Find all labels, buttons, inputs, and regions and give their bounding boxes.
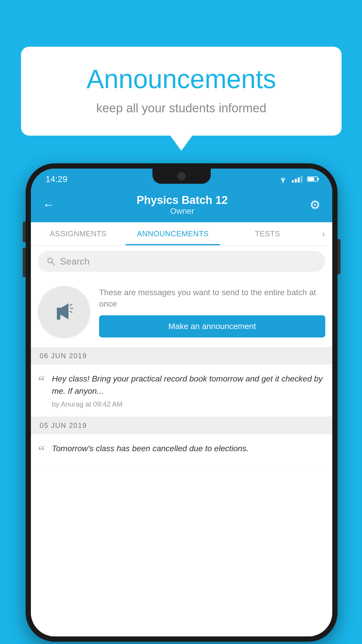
search-bar[interactable]: Search	[38, 251, 325, 272]
make-announcement-button[interactable]: Make an announcement	[99, 315, 325, 337]
date-label-2: 05 JUN 2019	[40, 421, 87, 429]
tab-tests[interactable]: TESTS	[220, 222, 315, 245]
header-center: Physics Batch 12 Owner	[137, 194, 228, 216]
svg-line-7	[70, 311, 72, 312]
svg-point-0	[282, 181, 284, 183]
date-separator-2: 05 JUN 2019	[31, 417, 332, 434]
bubble-subtitle: keep all your students informed	[44, 101, 318, 115]
tab-announcements[interactable]: ANNOUNCEMENTS	[126, 222, 220, 245]
speech-bubble: Announcements keep all your students inf…	[21, 47, 342, 136]
front-camera	[178, 172, 186, 180]
search-icon	[47, 257, 55, 266]
search-container: Search	[31, 246, 332, 277]
announcement-text-2: Tomorrow's class has been cancelled due …	[52, 442, 249, 455]
signal-icon	[292, 176, 303, 183]
announcement-item-2[interactable]: “ Tomorrow's class has been cancelled du…	[31, 434, 332, 466]
speech-bubble-container: Announcements keep all your students inf…	[21, 47, 342, 136]
search-input[interactable]: Search	[60, 256, 89, 267]
back-button[interactable]: ←	[43, 198, 55, 212]
phone-screen: 14:29	[31, 169, 332, 636]
svg-line-2	[52, 262, 55, 265]
tab-more[interactable]: ›	[315, 229, 332, 239]
announcement-content-2: Tomorrow's class has been cancelled due …	[52, 442, 249, 458]
announcement-item-1[interactable]: “ Hey class! Bring your practical record…	[31, 365, 332, 417]
svg-line-5	[70, 304, 72, 305]
announcement-text-1: Hey class! Bring your practical record b…	[52, 373, 325, 397]
volume-up-button	[23, 222, 26, 242]
header-subtitle: Owner	[137, 206, 228, 216]
intro-description: These are messages you want to send to t…	[99, 287, 325, 309]
bubble-title: Announcements	[44, 64, 318, 94]
date-separator-1: 06 JUN 2019	[31, 347, 332, 365]
volume-down-button	[23, 248, 26, 277]
announcement-content-1: Hey class! Bring your practical record b…	[52, 373, 325, 408]
phone-frame: 14:29	[26, 163, 338, 642]
megaphone-icon	[51, 299, 77, 325]
header-title: Physics Batch 12	[137, 194, 228, 206]
status-icons	[278, 175, 318, 183]
status-time: 14:29	[45, 174, 67, 184]
announcement-intro: These are messages you want to send to t…	[31, 277, 332, 347]
battery-icon	[307, 176, 318, 182]
megaphone-circle	[38, 286, 90, 338]
phone-container: 14:29	[26, 163, 338, 642]
date-label-1: 06 JUN 2019	[40, 352, 87, 360]
wifi-icon	[278, 175, 288, 183]
phone-notch	[152, 169, 211, 184]
quote-icon-1: “	[38, 373, 45, 388]
settings-icon[interactable]: ⚙	[310, 198, 321, 212]
announcement-meta-1: by Anurag at 09:42 AM	[52, 400, 325, 408]
screen-content: Search These ar	[31, 246, 332, 636]
quote-icon-2: “	[38, 442, 45, 458]
svg-rect-4	[57, 315, 60, 320]
tabs-bar: ASSIGNMENTS ANNOUNCEMENTS TESTS ›	[31, 222, 332, 246]
app-header: ← Physics Batch 12 Owner ⚙	[31, 187, 332, 222]
announcement-intro-right: These are messages you want to send to t…	[99, 287, 325, 337]
power-button	[338, 239, 340, 274]
tab-assignments[interactable]: ASSIGNMENTS	[31, 222, 126, 245]
